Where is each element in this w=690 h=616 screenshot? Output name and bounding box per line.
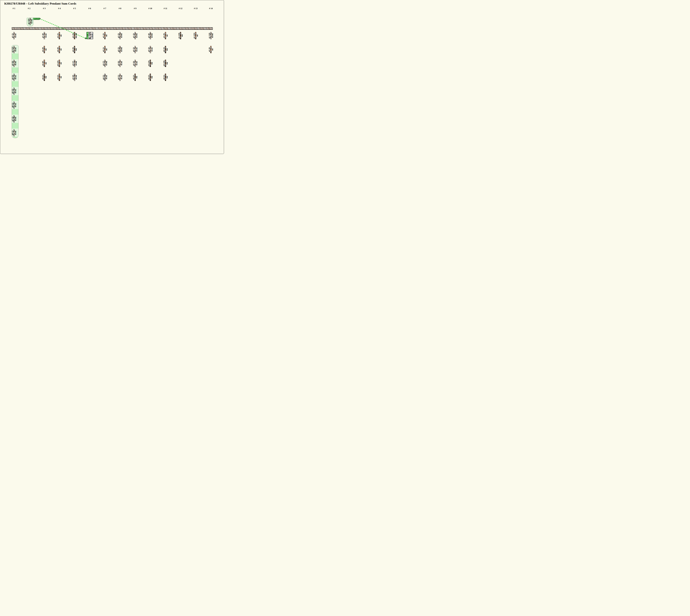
pendant-cord-bar <box>14 129 15 136</box>
pendant-name-label: p2 (1) <box>103 47 104 52</box>
pendant-color-label: AB <box>60 76 62 78</box>
pendant-cord-bar <box>44 32 45 39</box>
sum-cord-box[interactable]: ←p9 p1 (158) W:AB <box>87 32 93 39</box>
pendant-color-label: W:AB <box>45 34 47 38</box>
pendant-color-label: AB <box>60 48 62 50</box>
pendant-color-label: W:GG <box>15 103 17 107</box>
pendant-color-label: W:KB <box>15 117 17 121</box>
pendant-cord-bar <box>14 102 15 109</box>
pendant-name-label: p4 (0) <box>72 75 74 80</box>
column-header-14: # 14 <box>209 7 213 10</box>
pendant-name-label: p2 (6) <box>209 47 210 52</box>
pendant-cord-bar <box>120 74 121 81</box>
pendant-color-label: W:GG <box>15 75 17 80</box>
sum-cord-bar <box>90 32 91 39</box>
pendant-color-label: W:AB <box>15 131 17 135</box>
pendant-name-label: p4 (1) <box>148 75 149 80</box>
sum-cord-color: W:AB <box>91 34 93 38</box>
column-header-3: # 3 <box>43 7 46 10</box>
link-endpoint-circle-end <box>85 38 86 39</box>
pendant-color-label: W:MB <box>76 75 77 80</box>
pendant-name-label: p4 (1) <box>133 75 134 80</box>
pendant-cord-bar <box>104 74 105 81</box>
pendant-cord-bar <box>165 46 166 53</box>
subsidiary-cord-color: W:MB <box>31 19 33 24</box>
pendant-name-label: p2 (0) <box>42 47 43 52</box>
pendant-name-label: p2 (1) <box>118 47 119 52</box>
pendant-name-label: p2 (0) <box>72 47 74 52</box>
pendant-color-label: W:MB <box>121 34 123 38</box>
pendant-name-label: p1 (22) <box>193 33 195 39</box>
pendant-cord-bar <box>104 46 105 53</box>
pendant-color-label: W:AB <box>136 47 137 51</box>
pendant-color-label: W:AB <box>121 75 123 79</box>
reference-chip-p22s2[interactable]: →p22s2 <box>33 18 40 20</box>
pendant-name-label: p4 (1) <box>118 75 119 80</box>
pendant-color-label: MB <box>136 76 137 79</box>
pendant-color-label: W:MB <box>76 61 77 66</box>
pendant-color-label: W:MB <box>121 47 123 52</box>
pendant-cord-bar <box>134 32 136 39</box>
column-header-11: # 11 <box>164 7 167 10</box>
pendant-name-label: p3 (0) <box>12 61 13 66</box>
pendant-cord-bar <box>14 88 15 95</box>
pendant-cord-bar <box>74 60 75 67</box>
pendant-name-label: p2 (2) <box>133 47 134 52</box>
pendant-name-label: p3 (13) <box>148 61 149 66</box>
page-title: KH0278/UR048 – Left Subsidiary Pendant S… <box>4 2 76 5</box>
pendant-cord-bar <box>150 32 151 39</box>
pendant-name-label: p4 (1) <box>42 75 43 80</box>
pendant-cord-bar <box>120 32 121 39</box>
pendant-cord-bar <box>104 60 105 67</box>
pendant-color-label: W:AB <box>15 47 17 51</box>
pendant-color-label: AB <box>60 35 62 37</box>
reference-chip-label: →p22s2 <box>34 18 39 20</box>
pendant-name-label: p3 (8) <box>42 61 43 66</box>
pendant-color-label: W:AB <box>121 61 123 65</box>
pendant-name-label: p7 (2) <box>12 116 13 121</box>
pendant-color-label: AB <box>212 48 213 50</box>
pendant-color-label: MB <box>76 48 77 51</box>
pendant-name-label: p1 (2) <box>103 33 104 38</box>
pendant-name-label: p2 (2) <box>148 47 149 52</box>
pendant-color-label: AB <box>106 35 107 37</box>
pendant-color-label: MB <box>151 76 153 79</box>
pendant-name-label: p6 (1) <box>12 103 13 107</box>
main-cord-bar <box>12 27 213 30</box>
pendant-cord-bar <box>44 60 45 67</box>
khipu-diagram-page: KH0278/UR048 – Left Subsidiary Pendant S… <box>0 0 224 154</box>
pendant-color-label: W:MB <box>212 34 213 38</box>
pendant-name-label: p1 (3) <box>133 33 134 38</box>
pendant-color-label: AB <box>106 48 107 50</box>
pendant-color-label: AB:MB <box>76 33 77 38</box>
pendant-color-label: MB <box>181 34 183 37</box>
pendant-cord-bar <box>210 46 211 53</box>
pendant-cord-bar <box>134 74 136 81</box>
pendant-color-label: W:AB <box>151 47 153 51</box>
pendant-color-label: AB <box>197 35 198 37</box>
pendant-cord-bar <box>14 74 15 81</box>
pendant-name-label: p5 (2) <box>12 89 13 93</box>
pendant-color-label: AB <box>45 62 47 64</box>
pendant-name-label: p4 (1) <box>163 75 165 80</box>
pendant-cord-bar <box>150 60 151 67</box>
pendant-color-label: MB <box>166 48 168 51</box>
pendant-color-label: MB <box>166 76 168 79</box>
pendant-name-label: p3 (6) <box>118 61 119 66</box>
pendant-cord-bar <box>104 32 105 39</box>
pendant-cord-bar <box>14 32 15 39</box>
pendant-cord-bar <box>74 46 75 53</box>
pendant-name-label: p1 (1) <box>57 33 59 38</box>
pendant-cord-bar <box>210 32 211 39</box>
pendant-cord-bar <box>150 74 151 81</box>
pendant-color-label: AB <box>166 35 168 37</box>
pendant-cord-bar <box>134 60 136 67</box>
pendant-cord-bar <box>44 46 45 53</box>
pendant-cord-bar <box>14 115 15 123</box>
pendant-name-label: p3 (9) <box>133 61 134 66</box>
column-header-2: # 2 <box>28 7 30 10</box>
pendant-color-label: W:AB <box>136 61 137 65</box>
pendant-cord-bar <box>180 32 181 39</box>
pendant-name-label: p1 (2) <box>72 33 74 38</box>
pendant-color-label: W:MB <box>106 61 107 66</box>
